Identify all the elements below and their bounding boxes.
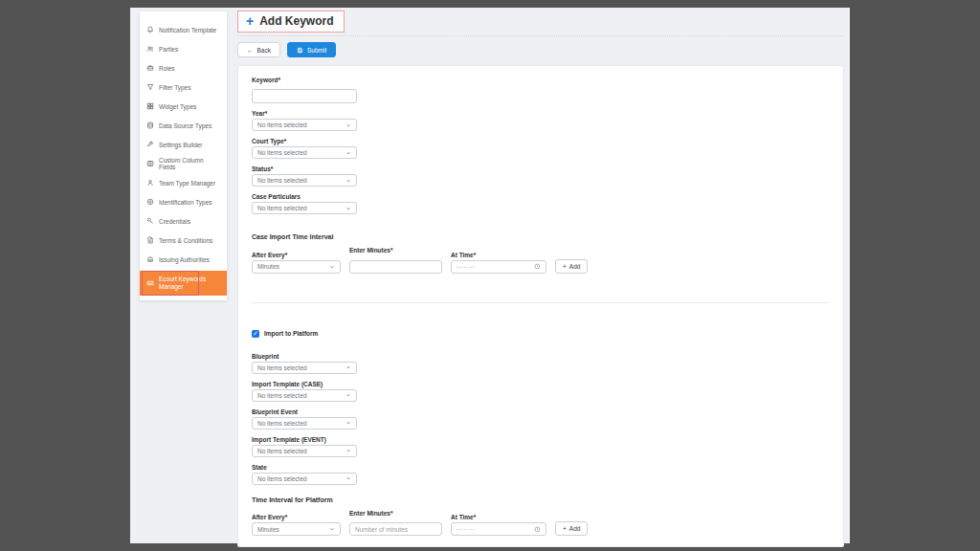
court-type-field-group: Court Type* No items selected (252, 138, 830, 159)
sidebar-item-roles[interactable]: Roles (140, 58, 227, 77)
page-header-annotation-box: + Add Keyword (237, 11, 345, 33)
submit-button-label: Submit (307, 47, 326, 54)
blueprint-label: Blueprint (252, 353, 830, 360)
import-template-case-select-value: No items selected (257, 392, 307, 399)
sidebar-item-notification-template[interactable]: Notification Template (140, 20, 227, 39)
import-template-event-label: Import Template (EVENT) (252, 436, 830, 443)
sidebar-item-widget-types[interactable]: Widget Types (140, 97, 227, 116)
plus-icon: + (563, 525, 567, 532)
bank-icon (146, 255, 154, 263)
sidebar-item-label: Team Type Manager (159, 180, 215, 187)
sidebar-item-custom-column-fields[interactable]: Custom Column Fields (140, 154, 227, 173)
chevron-down-icon (345, 475, 351, 481)
case-particulars-select[interactable]: No items selected (252, 202, 357, 214)
import-template-event-select[interactable]: No items selected (252, 445, 357, 457)
sidebar-item-credentials[interactable]: Credentials (140, 211, 227, 231)
sidebar-item-data-source-types[interactable]: Data Source Types (140, 116, 227, 135)
platform-at-time-input[interactable]: --:-- -- (451, 522, 546, 536)
platform-enter-minutes-input[interactable] (349, 522, 442, 536)
sidebar-item-label: Parties (159, 46, 178, 53)
sidebar-item-label: Terms & Conditions (159, 237, 212, 244)
filter-icon (146, 83, 154, 91)
enter-minutes-field-group: Enter Minutes* (349, 247, 442, 274)
keyword-field-group: Keyword* (252, 77, 830, 103)
sidebar-item-label: Identification Types (159, 199, 212, 206)
at-time-value: --:-- -- (457, 264, 475, 270)
case-import-interval-row: After Every* Minutes Enter Minutes* At T… (252, 247, 830, 274)
database-icon (146, 121, 154, 129)
sidebar-item-ecourt-keywords-manager[interactable]: Ecourt Keywords Manager (140, 271, 227, 296)
sidebar-item-label: Custom Column Fields (159, 157, 220, 170)
import-template-case-select[interactable]: No items selected (252, 389, 357, 402)
submit-button[interactable]: Submit (287, 42, 336, 57)
add-time-interval-button[interactable]: + Add (555, 259, 588, 274)
plus-icon: + (563, 263, 567, 270)
sidebar-item-label: Settings Builder (159, 142, 203, 148)
platform-enter-minutes-label: Enter Minutes* (349, 510, 442, 517)
chevron-down-icon (345, 392, 351, 398)
sidebar-item-issuing-authorities[interactable]: Issuing Authorities (140, 250, 227, 269)
app-window: Notification Template Parties Roles Filt… (130, 8, 850, 543)
after-every-select[interactable]: Minutes (252, 260, 341, 274)
sidebar-item-label: Widget Types (159, 103, 196, 110)
platform-at-time-value: --:-- -- (457, 526, 475, 532)
case-particulars-select-value: No items selected (257, 205, 307, 211)
year-select[interactable]: No items selected (252, 119, 357, 131)
blueprint-select[interactable]: No items selected (252, 362, 357, 374)
case-import-section-title: Case Import Time Interval (252, 233, 830, 240)
state-select[interactable]: No items selected (252, 473, 357, 485)
blueprint-select-value: No items selected (257, 364, 307, 371)
sidebar-item-parties[interactable]: Parties (140, 39, 227, 58)
document-icon (146, 236, 154, 244)
court-type-select[interactable]: No items selected (252, 146, 357, 159)
court-type-label: Court Type* (252, 138, 830, 144)
status-select[interactable]: No items selected (252, 174, 357, 187)
sidebar-item-team-type-manager[interactable]: Team Type Manager (140, 173, 227, 192)
section-divider (252, 302, 830, 303)
back-button[interactable]: ← Back (237, 42, 280, 57)
sidebar-item-label: Ecourt Keywords Manager (159, 276, 209, 291)
sidebar: Notification Template Parties Roles Filt… (140, 11, 227, 300)
chevron-down-icon (329, 264, 335, 270)
platform-add-time-interval-button[interactable]: + Add (555, 521, 588, 536)
platform-interval-section-title: Time Interval for Platform (252, 496, 830, 503)
status-select-value: No items selected (257, 177, 307, 184)
platform-enter-minutes-field-group: Enter Minutes* (349, 510, 442, 537)
platform-after-every-field-group: After Every* Minutes (252, 514, 341, 536)
platform-interval-row: After Every* Minutes Enter Minutes* At T… (252, 510, 830, 537)
import-to-platform-checkbox[interactable]: ✓ (252, 330, 259, 338)
sidebar-item-identification-types[interactable]: Identification Types (140, 192, 227, 211)
platform-after-every-select[interactable]: Minutes (252, 522, 341, 536)
id-badge-icon (146, 198, 154, 206)
year-select-value: No items selected (257, 121, 307, 128)
main-content: + Add Keyword ← Back Submit Keyword* Yea… (237, 8, 844, 547)
users-icon (146, 45, 154, 53)
add-button-label: Add (569, 525, 581, 532)
back-button-label: Back (257, 47, 271, 54)
keyword-input[interactable] (252, 89, 357, 103)
form-card: Keyword* Year* No items selected Court T… (237, 65, 844, 547)
sidebar-item-label: Data Source Types (159, 122, 212, 129)
enter-minutes-input[interactable] (349, 260, 442, 274)
sidebar-item-filter-types[interactable]: Filter Types (140, 77, 227, 97)
blueprint-event-field-group: Blueprint Event No items selected (252, 408, 830, 430)
sidebar-item-terms-conditions[interactable]: Terms & Conditions (140, 231, 227, 250)
import-template-event-field-group: Import Template (EVENT) No items selecte… (252, 436, 830, 457)
at-time-input[interactable]: --:-- -- (451, 260, 546, 274)
platform-at-time-label: At Time* (451, 514, 546, 520)
sidebar-item-label: Roles (159, 65, 175, 72)
chevron-down-icon (345, 178, 351, 184)
platform-after-every-label: After Every* (252, 514, 341, 520)
toolbar: ← Back Submit (237, 42, 844, 57)
status-label: Status* (252, 165, 830, 172)
sidebar-item-settings-builder[interactable]: Settings Builder (140, 135, 227, 154)
year-field-group: Year* No items selected (252, 110, 830, 131)
grid-icon (146, 102, 154, 110)
page-title: Add Keyword (259, 14, 333, 28)
clock-icon (534, 526, 541, 533)
at-time-label: At Time* (451, 252, 546, 258)
year-label: Year* (252, 110, 830, 117)
sidebar-item-label: Credentials (159, 218, 190, 225)
after-every-select-value: Minutes (257, 263, 279, 270)
blueprint-event-select[interactable]: No items selected (252, 417, 357, 430)
